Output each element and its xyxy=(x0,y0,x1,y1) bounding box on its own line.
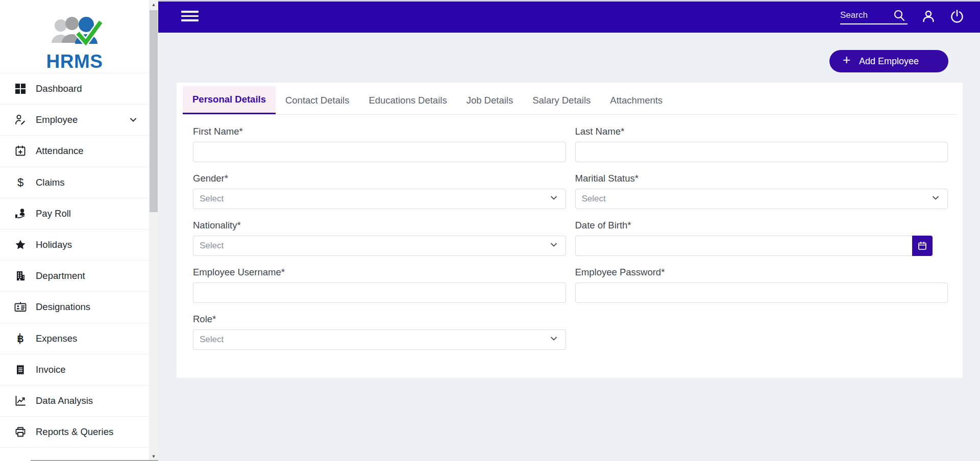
select-placeholder: Select xyxy=(582,194,606,204)
date-of-birth-input[interactable] xyxy=(575,236,913,256)
role-field-group: Role* Select xyxy=(193,314,566,350)
nationality-select[interactable]: Select xyxy=(193,236,566,256)
tab-bar: Personal Details Contact Details Educati… xyxy=(183,86,957,115)
tab-contact-details[interactable]: Contact Details xyxy=(276,86,359,114)
chevron-down-icon xyxy=(129,115,138,124)
gender-select[interactable]: Select xyxy=(193,189,566,209)
tab-educations-details[interactable]: Educations Details xyxy=(359,86,456,114)
sidebar-item-claims[interactable]: $ Claims xyxy=(0,167,149,198)
logo-text: HRMS xyxy=(46,52,103,71)
search-control xyxy=(840,9,908,24)
date-of-birth-label: Date of Birth* xyxy=(575,220,948,231)
gender-field-group: Gender* Select xyxy=(193,173,566,209)
select-placeholder: Select xyxy=(200,194,224,204)
svg-text:B: B xyxy=(17,334,23,344)
search-input[interactable] xyxy=(840,10,892,20)
tab-attachments[interactable]: Attachments xyxy=(600,86,672,114)
scroll-up-arrow[interactable]: ▲ xyxy=(149,1,158,9)
sidebar-item-payroll[interactable]: Pay Roll xyxy=(0,198,149,229)
employee-form-card: Personal Details Contact Details Educati… xyxy=(177,83,963,378)
employee-password-input[interactable] xyxy=(575,283,948,303)
role-label: Role* xyxy=(193,314,566,325)
svg-text:$: $ xyxy=(17,176,23,189)
sidebar-item-employee[interactable]: Employee xyxy=(0,104,149,135)
nationality-field-group: Nationality* Select xyxy=(193,220,566,256)
sidebar-item-label: Expenses xyxy=(36,333,77,344)
payroll-hand-icon xyxy=(13,207,27,220)
tab-job-details[interactable]: Job Details xyxy=(457,86,523,114)
sidebar-item-expenses[interactable]: B Expenses xyxy=(0,323,149,354)
employee-password-label: Employee Password* xyxy=(575,267,948,278)
plus-icon: + xyxy=(843,53,850,66)
select-placeholder: Select xyxy=(200,241,224,251)
tab-label: Personal Details xyxy=(192,94,266,105)
building-icon xyxy=(13,269,27,283)
sidebar-item-label: Department xyxy=(36,270,85,281)
empty-cell xyxy=(575,314,948,350)
date-of-birth-field-group: Date of Birth* xyxy=(575,220,948,256)
employee-password-field-group: Employee Password* xyxy=(575,267,948,303)
role-select[interactable]: Select xyxy=(193,329,566,350)
receipt-icon xyxy=(13,363,27,376)
sidebar-item-designations[interactable]: Designations xyxy=(0,291,149,322)
sidebar-item-label: Holidays xyxy=(36,239,72,250)
tab-label: Salary Details xyxy=(532,95,591,106)
sidebar-item-data-analysis[interactable]: Data Analysis xyxy=(0,385,149,416)
sidebar-item-label: Designations xyxy=(36,301,90,313)
dollar-icon: $ xyxy=(13,175,27,189)
sidebar-item-label: Invoice xyxy=(36,364,66,375)
add-employee-button[interactable]: + Add Employee xyxy=(829,50,948,72)
sidebar-item-label: Employee xyxy=(36,114,78,125)
top-navbar xyxy=(158,0,980,33)
sidebar-item-department[interactable]: Department xyxy=(0,260,149,291)
employee-username-label: Employee Username* xyxy=(193,267,566,278)
people-check-logo-icon xyxy=(36,13,113,55)
last-name-label: Last Name* xyxy=(575,126,948,137)
marital-status-field-group: Maritial Status* Select xyxy=(575,173,948,209)
tab-label: Job Details xyxy=(467,95,513,106)
partial-icon xyxy=(13,457,27,461)
sidebar-item-label: Claims xyxy=(36,177,65,188)
chevron-down-icon xyxy=(549,240,558,251)
sidebar-nav: Dashboard Employee xyxy=(0,73,149,461)
sidebar-item-dashboard[interactable]: Dashboard xyxy=(0,73,149,104)
scrollbar-thumb[interactable] xyxy=(150,10,158,212)
employee-username-input[interactable] xyxy=(193,283,566,303)
last-name-input[interactable] xyxy=(575,142,948,162)
id-card-icon xyxy=(13,300,27,314)
first-name-field-group: First Name* xyxy=(193,126,566,162)
sidebar-item-invoice[interactable]: Invoice xyxy=(0,354,149,385)
sidebar-item-attendance[interactable]: Attendance xyxy=(0,135,149,166)
sidebar-item-reports-queries[interactable]: Reports & Queries xyxy=(0,416,149,447)
user-icon[interactable] xyxy=(921,9,936,24)
tab-salary-details[interactable]: Salary Details xyxy=(523,86,600,114)
tab-personal-details[interactable]: Personal Details xyxy=(183,86,276,114)
add-employee-label: Add Employee xyxy=(859,56,919,67)
sidebar: HRMS Dashboard Employee xyxy=(0,0,158,461)
search-icon[interactable] xyxy=(892,9,906,22)
menu-icon[interactable] xyxy=(181,11,199,24)
printer-icon xyxy=(13,425,27,439)
sidebar-item-label: Data Analysis xyxy=(36,395,93,406)
calendar-icon[interactable] xyxy=(912,236,933,256)
tab-label: Attachments xyxy=(610,95,663,106)
nationality-label: Nationality* xyxy=(193,220,566,231)
star-icon xyxy=(13,238,27,252)
gender-label: Gender* xyxy=(193,173,566,184)
employee-username-field-group: Employee Username* xyxy=(193,267,566,303)
select-placeholder: Select xyxy=(200,335,224,345)
sidebar-item-holidays[interactable]: Holidays xyxy=(0,229,149,260)
tab-label: Educations Details xyxy=(369,95,447,106)
sidebar-scrollbar[interactable]: ▲ ▼ xyxy=(149,0,158,461)
scroll-down-arrow[interactable]: ▼ xyxy=(149,452,158,460)
calendar-add-icon xyxy=(13,144,27,158)
sidebar-item-partial[interactable] xyxy=(0,447,149,461)
power-icon[interactable] xyxy=(949,9,965,24)
main-content: + Add Employee Personal Details Contact … xyxy=(158,33,980,461)
marital-status-select[interactable]: Select xyxy=(575,189,948,209)
sidebar-item-label: Reports & Queries xyxy=(36,426,113,438)
chevron-down-icon xyxy=(931,193,940,204)
last-name-field-group: Last Name* xyxy=(575,126,948,162)
first-name-input[interactable] xyxy=(193,142,566,162)
employee-edit-icon xyxy=(13,113,27,127)
